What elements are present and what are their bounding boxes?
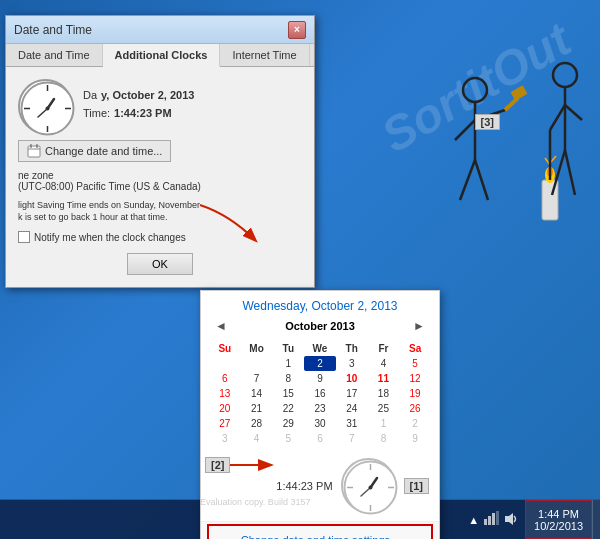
- time-value: 1:44:23 PM: [114, 107, 171, 119]
- day-4-next[interactable]: 4: [241, 431, 273, 446]
- notify-checkbox[interactable]: [18, 231, 30, 243]
- day-7-next[interactable]: 7: [336, 431, 368, 446]
- day-19[interactable]: 19: [399, 386, 431, 401]
- close-button[interactable]: ×: [288, 21, 306, 39]
- day-18[interactable]: 18: [368, 386, 400, 401]
- day-1[interactable]: 1: [272, 356, 304, 371]
- day-30[interactable]: 30: [304, 416, 336, 431]
- day-1-next[interactable]: 1: [368, 416, 400, 431]
- day-16[interactable]: 16: [304, 386, 336, 401]
- calendar-time-area: 1:44:23 PM [1]: [201, 454, 439, 521]
- day-3-next[interactable]: 3: [209, 431, 241, 446]
- week-5: 27 28 29 30 31 1 2: [209, 416, 431, 431]
- day-26[interactable]: 26: [399, 401, 431, 416]
- svg-rect-31: [36, 144, 38, 148]
- header-tu: Tu: [272, 341, 304, 356]
- tab-additional-clocks[interactable]: Additional Clocks: [103, 44, 221, 67]
- notify-label: Notify me when the clock changes: [34, 232, 186, 243]
- tab-internet-time[interactable]: Internet Time: [220, 44, 309, 66]
- day-15[interactable]: 15: [272, 386, 304, 401]
- taskbar-clock[interactable]: 1:44 PM 10/2/2013: [525, 500, 592, 539]
- day-13[interactable]: 13: [209, 386, 241, 401]
- day-3[interactable]: 3: [336, 356, 368, 371]
- network-icon-svg: [483, 511, 499, 527]
- day-5[interactable]: 5: [399, 356, 431, 371]
- label-1: [1]: [404, 478, 429, 494]
- day-5-next[interactable]: 5: [272, 431, 304, 446]
- day-6-next[interactable]: 6: [304, 431, 336, 446]
- day-31[interactable]: 31: [336, 416, 368, 431]
- header-mo: Mo: [241, 341, 273, 356]
- day-25[interactable]: 25: [368, 401, 400, 416]
- dialog-window: Date and Time × Date and Time Additional…: [5, 15, 315, 288]
- day-9-next[interactable]: 9: [399, 431, 431, 446]
- label-2: [2]: [205, 457, 230, 473]
- day-22[interactable]: 22: [272, 401, 304, 416]
- day-7[interactable]: 7: [241, 371, 273, 386]
- day-8[interactable]: 8: [272, 371, 304, 386]
- svg-rect-30: [30, 144, 32, 148]
- svg-point-13: [553, 63, 577, 87]
- stick-figure-right: [510, 50, 590, 250]
- day-empty-1[interactable]: [209, 356, 241, 371]
- analog-clock-small: [18, 79, 73, 134]
- day-29[interactable]: 29: [272, 416, 304, 431]
- show-desktop-button[interactable]: [592, 500, 600, 539]
- week-3: 13 14 15 16 17 18 19: [209, 386, 431, 401]
- timezone-row: ne zone (UTC-08:00) Pacific Time (US & C…: [18, 170, 302, 192]
- svg-rect-28: [28, 146, 40, 157]
- day-20[interactable]: 20: [209, 401, 241, 416]
- day-17[interactable]: 17: [336, 386, 368, 401]
- change-settings-button[interactable]: Change date and time settings...: [211, 528, 429, 539]
- day-2-next[interactable]: 2: [399, 416, 431, 431]
- notification-icon: ▲: [468, 514, 479, 526]
- dialog-content: Da y, October 2, 2013 Time: 1:44:23 PM: [6, 67, 314, 287]
- desktop: SortitOut: [0, 0, 600, 539]
- week-2: 6 7 8 9 10 11 12: [209, 371, 431, 386]
- prev-month-button[interactable]: ◄: [211, 319, 231, 333]
- day-4[interactable]: 4: [368, 356, 400, 371]
- day-8-next[interactable]: 8: [368, 431, 400, 446]
- day-9[interactable]: 9: [304, 371, 336, 386]
- change-date-btn[interactable]: Change date and time...: [18, 140, 171, 162]
- day-2-today[interactable]: 2: [304, 356, 336, 371]
- day-11[interactable]: 11: [368, 371, 400, 386]
- svg-rect-43: [488, 516, 491, 525]
- ok-button[interactable]: OK: [127, 253, 193, 275]
- header-fr: Fr: [368, 341, 400, 356]
- svg-line-17: [565, 105, 582, 120]
- calendar-icon: [27, 144, 41, 158]
- time-label: Time:: [83, 107, 110, 119]
- time-row: Time: 1:44:23 PM: [83, 107, 194, 119]
- day-6[interactable]: 6: [209, 371, 241, 386]
- day-empty-2[interactable]: [241, 356, 273, 371]
- day-21[interactable]: 21: [241, 401, 273, 416]
- header-sa: Sa: [399, 341, 431, 356]
- week-1: 1 2 3 4 5: [209, 356, 431, 371]
- calendar-date-title: Wednesday, October 2, 2013: [211, 299, 429, 313]
- network-icon: [483, 511, 499, 529]
- volume-icon-svg: [503, 511, 519, 527]
- day-23[interactable]: 23: [304, 401, 336, 416]
- svg-point-0: [463, 78, 487, 102]
- day-27[interactable]: 27: [209, 416, 241, 431]
- next-month-button[interactable]: ►: [409, 319, 429, 333]
- analog-clock-large: [341, 458, 396, 513]
- label-3: [3]: [475, 114, 500, 130]
- timezone-value: (UTC-08:00) Pacific Time (US & Canada): [18, 181, 201, 192]
- day-28[interactable]: 28: [241, 416, 273, 431]
- tab-date-time[interactable]: Date and Time: [6, 44, 103, 66]
- day-24[interactable]: 24: [336, 401, 368, 416]
- svg-line-15: [550, 105, 565, 130]
- taskbar-time: 1:44 PM: [538, 508, 579, 520]
- svg-line-19: [565, 150, 575, 195]
- day-10[interactable]: 10: [336, 371, 368, 386]
- day-14[interactable]: 14: [241, 386, 273, 401]
- footer-border-box: Change date and time settings...: [207, 524, 433, 539]
- day-12[interactable]: 12: [399, 371, 431, 386]
- label-2-container: [2]: [205, 458, 230, 472]
- header-th: Th: [336, 341, 368, 356]
- date-label-da: Da: [83, 89, 97, 101]
- week-4: 20 21 22 23 24 25 26: [209, 401, 431, 416]
- date-value: y, October 2, 2013: [101, 89, 194, 101]
